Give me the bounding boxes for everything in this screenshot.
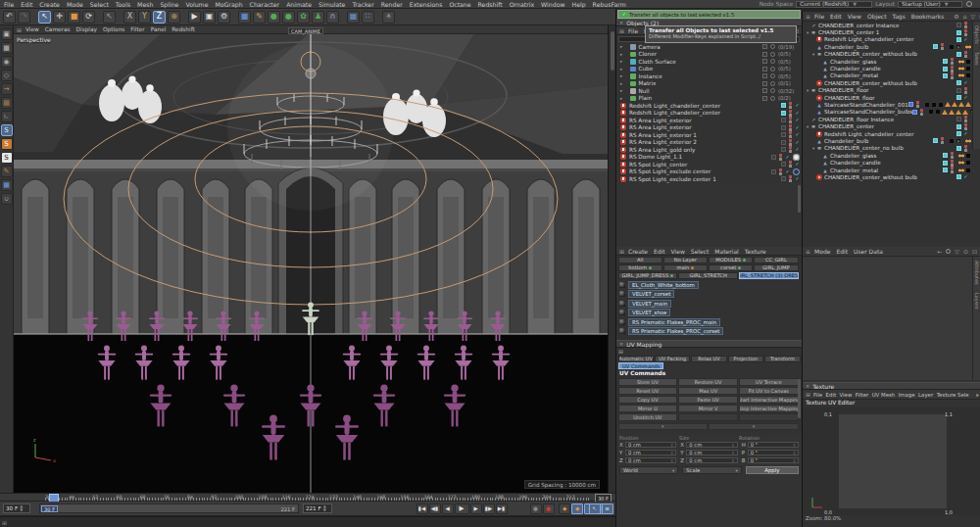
- viewport-menu-item[interactable]: Filter: [130, 26, 144, 32]
- uv-tab[interactable]: UV Packing: [655, 356, 690, 362]
- filter-checkbox[interactable]: [762, 73, 767, 78]
- light-row[interactable]: RS Area Light_exterior: [616, 117, 802, 124]
- layer-chip[interactable]: CC_GIRL: [754, 257, 798, 264]
- tag-icon[interactable]: [965, 153, 971, 159]
- grid-icon[interactable]: ⊞: [2, 519, 7, 526]
- material-menu-item[interactable]: Create: [628, 248, 648, 255]
- filter-checkbox[interactable]: [762, 44, 767, 49]
- layer-toggle[interactable]: [943, 168, 948, 172]
- filter-icon[interactable]: ▽: [971, 13, 976, 20]
- rotation-field[interactable]: 0 °⇕: [748, 457, 799, 464]
- mode-icon[interactable]: ▩: [1, 97, 13, 109]
- close-icon[interactable]: ✕: [806, 383, 809, 389]
- layer-toggle[interactable]: [771, 155, 776, 160]
- end-frame-spinner[interactable]: 221 F▲▼: [303, 503, 332, 513]
- search-icon[interactable]: [966, 1, 972, 7]
- layer-chip[interactable]: GIRL_STRETCH: [678, 272, 738, 279]
- hierarchy-menu-item[interactable]: Bookmarks: [911, 13, 945, 20]
- hierarchy-row[interactable]: Chandelier_metal: [803, 72, 973, 79]
- hierarchy-row[interactable]: ▾ CHANDELIER_center_no bulb: [803, 145, 973, 152]
- menu-item[interactable]: RebusFarm: [593, 1, 626, 8]
- material-menu-item[interactable]: Material: [714, 248, 738, 255]
- toolbar-icon[interactable]: ●: [268, 11, 280, 24]
- filter-checkbox[interactable]: [762, 88, 767, 93]
- uv-command-button[interactable]: Fit UV to Canvas: [739, 387, 799, 395]
- enable-marks[interactable]: [963, 29, 968, 36]
- apply-button[interactable]: Apply: [746, 466, 799, 474]
- enable-marks[interactable]: [963, 79, 968, 86]
- side-tab[interactable]: Layers: [974, 289, 980, 313]
- uv-command-button[interactable]: Start Interactive Mapping: [739, 396, 799, 404]
- back-arrow-icon[interactable]: ←: [937, 248, 942, 255]
- toolbar-icon[interactable]: ■: [238, 11, 251, 24]
- uv-command-button[interactable]: [739, 413, 799, 421]
- hierarchy-row[interactable]: CHANDELIER_center Instance: [803, 22, 973, 28]
- selection-cursor-icon[interactable]: ↖: [589, 503, 601, 514]
- enable-marks[interactable]: [950, 72, 955, 79]
- enable-dots[interactable]: [788, 124, 793, 131]
- layer-toggle[interactable]: [781, 140, 786, 145]
- uv-command-button[interactable]: Paste UV: [678, 396, 738, 404]
- menu-item[interactable]: Edit: [21, 1, 32, 8]
- hierarchy-row[interactable]: Chandelier_bulb: [803, 137, 973, 144]
- uv-tab[interactable]: Automatic UV: [618, 356, 654, 362]
- rotation-field[interactable]: 0 °⇕: [748, 442, 799, 449]
- hierarchy-row[interactable]: CHANDELIER_center_without bulb: [803, 173, 973, 180]
- hierarchy-menu-item[interactable]: File: [814, 13, 824, 20]
- texture-menu-item[interactable]: Layer: [918, 392, 933, 398]
- enable-marks[interactable]: [950, 66, 955, 72]
- layer-chip[interactable]: All: [618, 257, 662, 264]
- filter-row[interactable]: ▸ Instance (0/5): [616, 72, 802, 80]
- material-row[interactable]: RS Prismatic Flakes_PROC_main: [616, 317, 802, 327]
- light-row[interactable]: Redshift Light_chandelier_center: [616, 110, 802, 118]
- size-mode-dropdown[interactable]: Scale▾: [682, 466, 741, 474]
- uv-tab[interactable]: Transform: [764, 356, 800, 362]
- record-position-icon[interactable]: ●: [530, 503, 542, 514]
- mode-icon[interactable]: S: [1, 138, 13, 150]
- material-menu-item[interactable]: Select: [691, 248, 710, 255]
- layer-toggle[interactable]: [943, 67, 948, 72]
- mode-icon[interactable]: S: [1, 124, 13, 136]
- menu-item[interactable]: Simulate: [318, 1, 345, 8]
- menu-item[interactable]: Tools: [116, 1, 130, 8]
- toolbar-icon[interactable]: ⚙: [218, 11, 230, 24]
- texture-menu-item[interactable]: File: [813, 392, 822, 398]
- uv-command-button[interactable]: Copy UV: [618, 396, 678, 404]
- layer-toggle[interactable]: [943, 73, 948, 78]
- enable-marks[interactable]: [950, 152, 955, 159]
- light-row[interactable]: Redshift Light_chandelier_center: [616, 102, 802, 110]
- toolbar-icon[interactable]: ▦: [347, 11, 360, 24]
- texture-menu-item[interactable]: Filter: [856, 392, 868, 398]
- wrench-icon[interactable]: ⚙: [954, 13, 958, 20]
- menu-item[interactable]: Character: [250, 1, 280, 8]
- toolbar-icon[interactable]: ▣: [203, 11, 216, 24]
- tag-icon[interactable]: [928, 109, 934, 115]
- enable-marks[interactable]: [950, 58, 955, 65]
- material-row[interactable]: VELVET_main: [616, 299, 802, 309]
- layer-toggle[interactable]: [956, 146, 961, 151]
- filter-checkbox[interactable]: [762, 67, 767, 72]
- layer-toggle[interactable]: [956, 174, 961, 179]
- menu-item[interactable]: Help: [572, 1, 586, 8]
- menu-item[interactable]: Window: [541, 1, 564, 8]
- autokey-record-icon[interactable]: ●: [543, 503, 555, 514]
- toolbar-icon[interactable]: Y: [138, 11, 151, 24]
- position-field[interactable]: 0 cm⇕: [625, 442, 676, 449]
- enable-marks[interactable]: [963, 22, 968, 28]
- panel-icon[interactable]: ⊞: [618, 348, 623, 355]
- enable-marks[interactable]: [963, 173, 968, 180]
- enable-marks[interactable]: [940, 137, 945, 144]
- toolbar-icon[interactable]: ☀: [382, 11, 395, 24]
- viewport-menu-item[interactable]: Options: [103, 26, 124, 32]
- toolbar-icon[interactable]: ▶: [188, 11, 201, 24]
- tag-icon[interactable]: [949, 138, 955, 144]
- transport-button[interactable]: ◀: [442, 503, 454, 514]
- layer-toggle[interactable]: [956, 124, 961, 129]
- current-frame-spinner[interactable]: 30 F▲▼: [3, 503, 30, 513]
- hierarchy-row[interactable]: Chandelier_glass: [803, 152, 973, 159]
- keyframe-list-icon[interactable]: ≡: [602, 503, 613, 514]
- attribute-menu-item[interactable]: Edit: [836, 248, 848, 255]
- uv-command-button[interactable]: Unstitch UV: [618, 413, 678, 421]
- layer-toggle[interactable]: [956, 23, 961, 27]
- hierarchy-row[interactable]: CHANDELIER_floor: [803, 94, 973, 101]
